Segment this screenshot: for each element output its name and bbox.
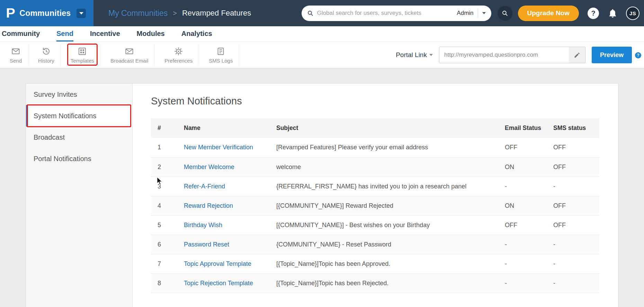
user-avatar[interactable]: JS (626, 7, 639, 20)
toolbar-item-templates[interactable]: Templates (64, 44, 101, 66)
template-name-link[interactable]: New Member Verification (184, 144, 253, 151)
table-row: 2 Member Welcome welcome ON OFF (151, 157, 599, 177)
row-num: 2 (151, 157, 177, 177)
gear-icon (174, 47, 183, 56)
edit-url-button[interactable] (569, 47, 585, 63)
toolbar-item-label: Templates (71, 58, 94, 64)
page-title: System Notifications (151, 95, 599, 107)
portal-help-icon[interactable]: ? (635, 52, 641, 58)
tab-analytics[interactable]: Analytics (181, 26, 212, 41)
portal-link-caret-icon (429, 54, 433, 56)
notifications-table: # Name Subject Email Status SMS status 1… (151, 118, 599, 293)
toolbar-item-preferences[interactable]: Preferences (158, 44, 199, 66)
table-row: 4 Reward Rejection [{COMMUNITY_NAME}] Re… (151, 196, 599, 215)
communities-menu-label: Communities (19, 9, 71, 18)
toolbar-right-cluster: Portal Link Preview ? (396, 47, 641, 63)
broadcast-envelope-icon (125, 47, 134, 56)
templates-grid-icon (78, 47, 87, 56)
scope-divider (478, 9, 478, 18)
table-header-row: # Name Subject Email Status SMS status (151, 118, 599, 138)
tab-incentive[interactable]: Incentive (90, 26, 120, 41)
row-subject: [{COMMUNITY_NAME}] Reward Rejected (270, 196, 498, 215)
row-email-status: ON (498, 196, 547, 215)
row-sms-status: - (547, 235, 599, 254)
global-search-bar: Admin (302, 6, 491, 21)
search-submit-button[interactable] (498, 6, 512, 21)
breadcrumb-separator: > (173, 9, 177, 17)
sidebar-item-broadcast[interactable]: Broadcast (26, 127, 132, 148)
table-row: 3 Refer-A-Friend {REFERRAL_FIRST_NAME} h… (151, 177, 599, 196)
template-name-link[interactable]: Member Welcome (184, 164, 234, 170)
toolbar-item-send[interactable]: Send (3, 44, 28, 66)
template-name-link[interactable]: Reward Rejection (184, 202, 233, 209)
row-num: 6 (151, 235, 177, 254)
row-email-status: - (498, 177, 547, 196)
communities-menu-button[interactable]: P Communities (0, 0, 93, 26)
sidebar-item-survey-invites[interactable]: Survey Invites (26, 84, 132, 105)
pencil-icon (574, 52, 580, 58)
help-button[interactable]: ? (588, 8, 599, 19)
row-subject: [{Topic_Name}]Topic has been Approved. (270, 254, 498, 273)
templates-sidebar: Survey Invites System Notifications Broa… (26, 84, 133, 307)
row-num: 1 (151, 138, 177, 157)
template-name-link[interactable]: Password Reset (184, 241, 229, 248)
tab-community[interactable]: Community (2, 26, 40, 41)
toolbar-item-sms-logs[interactable]: SMS Logs (203, 44, 239, 66)
row-num: 8 (151, 273, 177, 293)
send-toolbar: Send History Templates Broadcast Email P… (0, 42, 644, 68)
row-sms-status: OFF (547, 196, 599, 215)
preview-button[interactable]: Preview (592, 47, 632, 63)
communities-caret-icon (77, 9, 86, 18)
row-subject: welcome (270, 157, 498, 177)
row-num: 3 (151, 177, 177, 196)
toolbar-item-label: SMS Logs (209, 58, 233, 64)
notifications-bell-button[interactable] (608, 8, 618, 18)
row-num: 7 (151, 254, 177, 273)
tab-modules[interactable]: Modules (137, 26, 165, 41)
row-sms-status: OFF (547, 138, 599, 157)
portal-url-group (439, 47, 585, 63)
row-subject: [Revamped Features] Please verify your e… (270, 138, 498, 157)
row-email-status: OFF (498, 215, 547, 235)
tab-send[interactable]: Send (56, 26, 73, 41)
row-email-status: OFF (498, 138, 547, 157)
row-subject: {REFERRAL_FIRST_NAME} has invited you to… (270, 177, 498, 196)
table-row: 8 Topic Rejection Template [{Topic_Name}… (151, 273, 599, 293)
search-icon (502, 10, 508, 16)
portal-link-dropdown[interactable]: Portal Link (396, 51, 433, 59)
row-num: 5 (151, 215, 177, 235)
sidebar-item-portal-notifications[interactable]: Portal Notifications (26, 148, 132, 169)
search-scope-dropdown[interactable]: Admin (453, 6, 491, 21)
row-email-status: - (498, 254, 547, 273)
toolbar-item-history[interactable]: History (32, 44, 61, 66)
portal-link-label: Portal Link (396, 51, 427, 59)
header-right-cluster: Admin Upgrade Now ? JS (302, 6, 644, 21)
main-panel: System Notifications # Name Subject Emai… (133, 84, 618, 307)
upgrade-now-button[interactable]: Upgrade Now (518, 6, 579, 21)
global-search-input[interactable] (317, 10, 454, 17)
row-sms-status: OFF (547, 157, 599, 177)
column-header-subject: Subject (270, 118, 498, 138)
table-row: 6 Password Reset {COMMUNITY_NAME} - Rese… (151, 235, 599, 254)
breadcrumb: My Communities > Revamped Features (108, 9, 251, 18)
breadcrumb-current: Revamped Features (182, 9, 251, 18)
column-header-name: Name (177, 118, 270, 138)
scope-caret-icon (482, 12, 486, 14)
template-name-link[interactable]: Topic Approval Template (184, 260, 251, 267)
row-email-status: - (498, 235, 547, 254)
toolbar-item-label: Send (10, 58, 22, 64)
template-name-link[interactable]: Birthday Wish (184, 222, 222, 229)
sms-logs-icon (216, 47, 225, 56)
toolbar-item-broadcast-email[interactable]: Broadcast Email (104, 44, 155, 66)
toolbar-item-label: Preferences (164, 58, 193, 64)
breadcrumb-parent-link[interactable]: My Communities (108, 9, 168, 18)
portal-url-input[interactable] (439, 47, 569, 63)
row-sms-status: - (547, 273, 599, 293)
toolbar-item-label: History (38, 58, 54, 64)
bell-icon (608, 8, 618, 18)
template-name-link[interactable]: Refer-A-Friend (184, 183, 225, 190)
row-email-status: ON (498, 157, 547, 177)
sidebar-item-system-notifications[interactable]: System Notifications (26, 105, 132, 127)
row-num: 4 (151, 196, 177, 215)
template-name-link[interactable]: Topic Rejection Template (184, 280, 253, 287)
